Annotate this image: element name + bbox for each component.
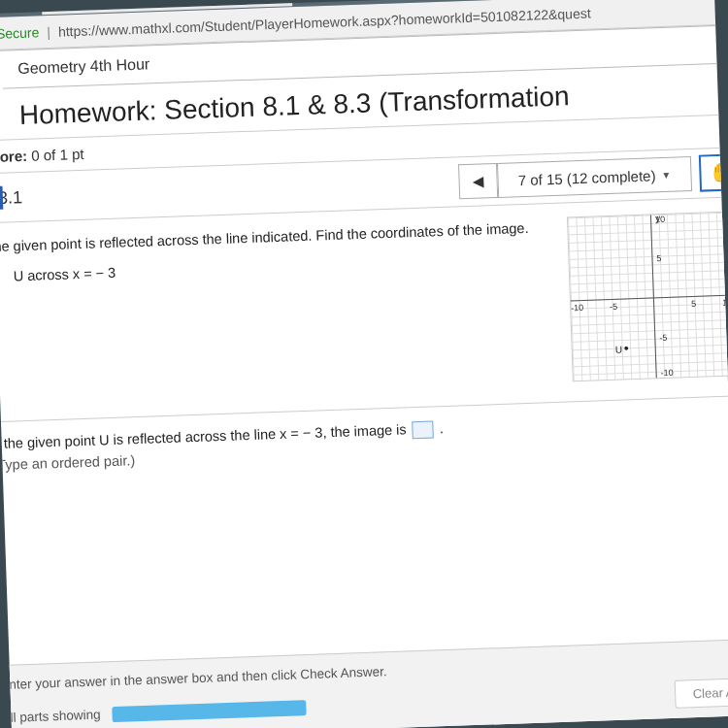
bg-tab-fragment-2: H (8, 0, 17, 12)
tick-y-neg10: -10 (660, 368, 673, 378)
tick-y-10: 10 (655, 215, 665, 224)
score-label: Score: (0, 148, 27, 166)
tick-x-neg10: -10 (571, 303, 583, 313)
chevron-left-icon: ◀ (472, 172, 484, 189)
course-name: Geometry 4th Hour (17, 55, 150, 77)
chevron-down-icon: ▼ (661, 169, 671, 180)
secure-label: Secure (0, 24, 40, 42)
footer-zone: Enter your answer in the answer box and … (0, 638, 728, 728)
progress-text: 7 of 15 (12 complete) (517, 167, 655, 188)
problem-id: 8.3.1 (0, 172, 459, 209)
tick-y-5: 5 (656, 253, 661, 263)
question-area: The given point is reflected across the … (0, 197, 728, 422)
parts-progress-bar (112, 700, 306, 722)
answer-prompt-suffix: . (439, 420, 444, 436)
score-value: 0 of 1 pt (31, 146, 84, 164)
tick-x-5: 5 (691, 299, 696, 309)
answer-input[interactable] (412, 421, 434, 440)
tick-x-10: 10 (722, 298, 728, 308)
parts-showing-label: All parts showing (1, 708, 101, 726)
tick-y-neg5: -5 (659, 333, 667, 343)
clear-all-button[interactable]: Clear All (674, 678, 728, 709)
tick-x-neg5: -5 (610, 302, 617, 312)
url-separator: | (47, 23, 50, 39)
homework-help-button[interactable]: ✋ (699, 153, 728, 191)
point-u: U (614, 340, 629, 355)
prev-question-button[interactable]: ◀ (458, 163, 498, 199)
page-content: lat Geometry 4th Hour Homework: Section … (0, 24, 728, 728)
question-progress-dropdown[interactable]: 7 of 15 (12 complete) ▼ (497, 156, 692, 198)
close-tab-icon[interactable]: × (22, 0, 36, 12)
x-axis (571, 295, 728, 302)
coordinate-graph: y x 10 5 -5 -10 -10 -5 5 10 U 🔍+ 🔍 ⇱ (567, 211, 728, 391)
hand-pointer-icon: ✋ (709, 162, 728, 184)
site-favicon-icon: P (50, 0, 66, 12)
tab-separator: | (0, 0, 3, 13)
